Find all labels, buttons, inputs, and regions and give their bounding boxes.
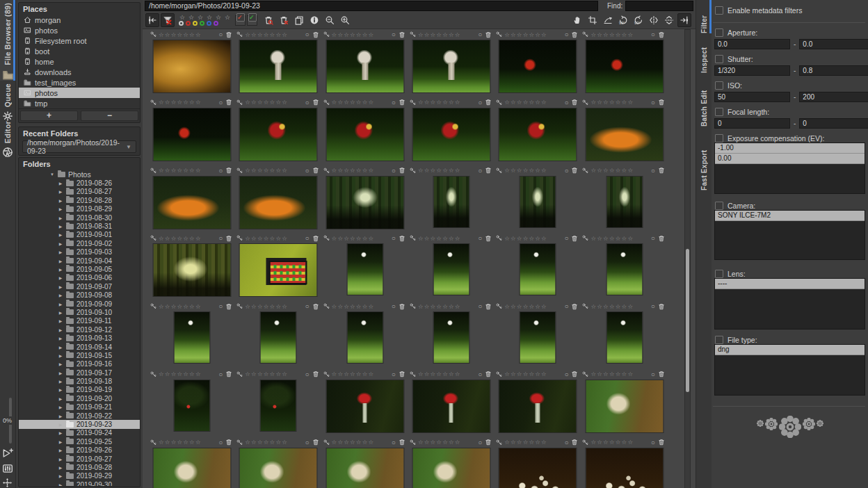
profile-key-icon[interactable]: [236, 371, 243, 377]
profile-key-icon[interactable]: [496, 99, 502, 106]
expander-icon[interactable]: ▶: [58, 430, 63, 435]
rank-stars[interactable]: ☆☆☆☆☆☆☆: [245, 167, 288, 174]
profile-key-icon[interactable]: [496, 439, 502, 446]
checkbox-icon[interactable]: [715, 55, 723, 63]
color-label-icon[interactable]: ○: [651, 168, 655, 174]
profile-key-icon[interactable]: [236, 439, 243, 446]
tree-item-2019-09-07[interactable]: ▶2019-09-07: [19, 282, 140, 291]
profile-key-icon[interactable]: [150, 168, 156, 174]
star-filter-1[interactable]: ☆: [188, 15, 195, 20]
show-unedited-button[interactable]: ✓: [235, 15, 246, 26]
profile-key-icon[interactable]: [323, 371, 330, 377]
trash-icon[interactable]: [225, 167, 232, 174]
list-item-selected[interactable]: 0.00: [715, 154, 865, 164]
profile-key-icon[interactable]: [323, 235, 330, 241]
tree-item-2019-09-17[interactable]: ▶2019-09-17: [19, 368, 140, 377]
trash-icon[interactable]: [658, 235, 665, 242]
tree-item-2019-09-05[interactable]: ▶2019-09-05: [19, 265, 140, 273]
rank-stars[interactable]: ☆☆☆☆☆☆☆: [418, 167, 461, 174]
profile-key-icon[interactable]: [236, 235, 243, 241]
photo-thumbnail[interactable]: [585, 380, 664, 433]
trash-icon[interactable]: [312, 99, 319, 106]
thumbnail-cell-18[interactable]: ☆☆☆☆☆☆☆○: [581, 165, 667, 234]
photo-thumbnail[interactable]: [433, 243, 470, 295]
trash-icon[interactable]: [225, 31, 232, 38]
place-item-filesystem-root[interactable]: Filesystem root: [19, 35, 140, 46]
rank-stars[interactable]: ☆☆☆☆☆☆☆: [245, 99, 288, 106]
trash-icon[interactable]: [485, 439, 492, 446]
rank-stars[interactable]: ☆☆☆☆☆☆☆: [159, 235, 202, 242]
show-edited-button[interactable]: ✓: [247, 15, 257, 26]
filter-aperture[interactable]: Aperture:: [715, 29, 757, 37]
copy-stack-button[interactable]: [292, 13, 306, 27]
color-label-filter-3[interactable]: [200, 21, 204, 26]
expander-icon[interactable]: ▶: [58, 361, 63, 366]
color-label-icon[interactable]: ○: [478, 303, 482, 309]
filter-file-type[interactable]: File type:: [715, 336, 757, 344]
rank-stars[interactable]: ☆☆☆☆☆☆☆: [418, 235, 461, 242]
color-label-icon[interactable]: ○: [564, 168, 568, 174]
tree-item-2019-08-26[interactable]: ▶2019-08-26: [19, 179, 140, 187]
color-label-icon[interactable]: ○: [478, 99, 482, 106]
rank-stars[interactable]: ☆☆☆☆☆☆☆: [418, 303, 461, 310]
rank-stars[interactable]: ☆☆☆☆☆☆☆: [332, 31, 375, 38]
rank-stars[interactable]: ☆☆☆☆☆☆☆: [590, 303, 634, 310]
rotate-right-button[interactable]: 90°: [632, 13, 645, 27]
rank-stars[interactable]: ☆☆☆☆☆☆☆: [590, 439, 634, 446]
star-filter-4[interactable]: ☆: [215, 15, 222, 20]
color-label-icon[interactable]: ○: [651, 303, 655, 309]
tree-item-2019-08-28[interactable]: ▶2019-08-28: [19, 196, 140, 204]
photo-thumbnail[interactable]: [585, 448, 664, 488]
grid-scrollbar[interactable]: [684, 29, 691, 488]
color-label-icon[interactable]: ○: [564, 235, 568, 241]
profile-key-icon[interactable]: [496, 235, 502, 241]
thumbnail-cell-41[interactable]: ☆☆☆☆☆☆☆○: [495, 437, 581, 488]
rank-stars[interactable]: ☆☆☆☆☆☆☆: [590, 235, 634, 242]
tab-fast-export[interactable]: Fast Export: [696, 127, 712, 190]
tree-item-2019-09-03[interactable]: ▶2019-09-03: [19, 248, 140, 257]
thumbnail-cell-36[interactable]: ☆☆☆☆☆☆☆○: [581, 369, 667, 437]
expander-icon[interactable]: ▶: [58, 206, 63, 211]
trash-icon[interactable]: [225, 235, 232, 242]
color-label-filter-2[interactable]: [193, 21, 198, 26]
profile-key-icon[interactable]: [410, 31, 416, 38]
trash-icon[interactable]: [312, 31, 319, 38]
expander-icon[interactable]: ▶: [58, 379, 63, 384]
color-label-icon[interactable]: ○: [392, 439, 396, 446]
trash-icon[interactable]: [399, 439, 405, 446]
tree-item-2019-09-20[interactable]: ▶2019-09-20: [19, 394, 140, 402]
place-item-morgan[interactable]: morgan: [19, 15, 140, 25]
color-label-icon[interactable]: ○: [392, 371, 396, 377]
toggle-right-panel-button[interactable]: [677, 13, 691, 27]
expander-icon[interactable]: ▶: [58, 267, 63, 272]
profile-key-icon[interactable]: [410, 168, 416, 174]
photo-thumbnail[interactable]: [585, 40, 664, 93]
thumbnail-cell-27[interactable]: ☆☆☆☆☆☆☆○: [322, 301, 408, 369]
color-label-icon[interactable]: ○: [392, 99, 396, 106]
star-filter-5[interactable]: ☆: [224, 15, 231, 20]
thumbnail-cell-13[interactable]: ☆☆☆☆☆☆☆○: [149, 165, 235, 234]
flip-vertical-button[interactable]: [647, 13, 661, 27]
find-input[interactable]: [625, 1, 693, 11]
thumbnail-cell-21[interactable]: ☆☆☆☆☆☆☆○: [322, 233, 408, 301]
trash-icon[interactable]: [658, 31, 665, 38]
star-filter-0[interactable]: ☆: [179, 15, 186, 20]
profile-key-icon[interactable]: [150, 303, 156, 309]
enable-metadata-filters[interactable]: Enable metadata filters: [715, 6, 802, 15]
color-label-icon[interactable]: ○: [305, 235, 310, 241]
color-label-filter-4[interactable]: [207, 21, 211, 26]
tree-item-2019-09-13[interactable]: ▶2019-09-13: [19, 334, 140, 342]
expander-icon[interactable]: ▶: [58, 457, 63, 462]
flip-horizontal-button[interactable]: [662, 13, 676, 27]
color-label-icon[interactable]: ○: [305, 168, 310, 174]
thumbnail-cell-39[interactable]: ☆☆☆☆☆☆☆○: [322, 437, 408, 488]
photo-thumbnail[interactable]: [326, 40, 404, 93]
photo-thumbnail[interactable]: [520, 311, 556, 364]
expander-icon[interactable]: ▶: [58, 310, 63, 315]
photo-thumbnail[interactable]: [153, 40, 232, 93]
thumbnail-cell-26[interactable]: ☆☆☆☆☆☆☆○: [235, 301, 321, 369]
tree-item-2019-09-25[interactable]: ▶2019-09-25: [19, 437, 140, 446]
trash-icon[interactable]: [485, 371, 492, 377]
color-label-icon[interactable]: ○: [478, 439, 482, 446]
photo-thumbnail[interactable]: [260, 311, 297, 364]
